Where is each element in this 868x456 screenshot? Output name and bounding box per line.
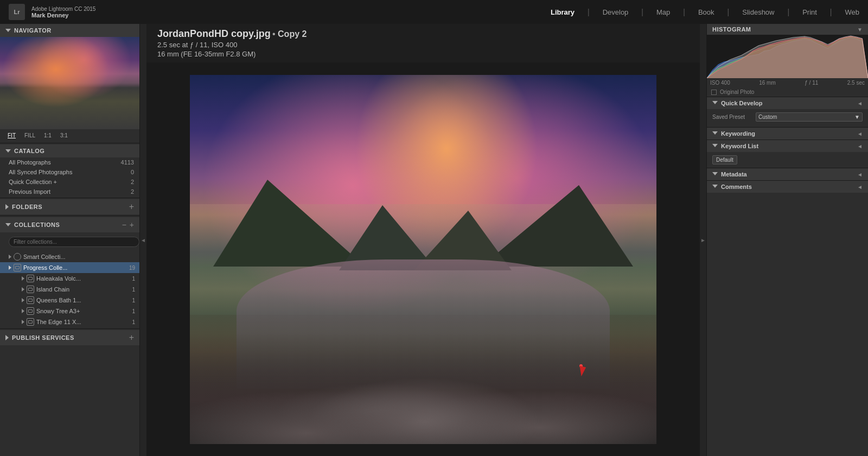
catalog-quick-label: Quick Collection + [9,179,57,185]
comments-title: Comments [721,183,752,190]
quick-develop-title: Quick Develop [721,100,762,106]
the-edge-count: 1 [132,319,135,325]
quick-develop-content: Saved Preset Custom ▼ [707,109,868,127]
snowy-tree-name: Snowy Tree A3+ [36,308,127,314]
app-info: Adobe Lightroom CC 2015 Mark Denney [31,6,95,18]
nav-develop[interactable]: Develop [603,6,629,18]
catalog-all-synced[interactable]: All Synced Photographs 0 [0,167,139,177]
histogram-header[interactable]: Histogram ▼ [707,24,868,35]
comments-collapse[interactable]: ◄ [857,184,863,190]
navigator-preview [0,37,139,129]
quick-develop-collapse[interactable]: ◄ [857,100,863,106]
nav-web[interactable]: Web [845,6,860,18]
island-chain-count: 1 [132,287,135,293]
qd-preset-select[interactable]: Custom ▼ [756,112,863,122]
collection-haleakala[interactable]: Haleakala Volc... 1 [0,273,139,284]
smart-collections-group[interactable]: Smart Collecti... [0,251,139,262]
progress-collection-name: Progress Colle... [23,264,125,271]
snowy-tree-count: 1 [132,308,135,314]
folders-title: Folders [12,204,42,210]
keywording-header[interactable]: Keywording ◄ [707,127,868,140]
the-edge-icon [27,318,34,326]
navigator-title: Navigator [14,27,52,34]
catalog-previous-import[interactable]: Previous Import 2 [0,187,139,197]
catalog-section: All Photographs 4113 All Synced Photogra… [0,157,139,197]
hist-iso: ISO 400 [710,80,730,86]
zoom-fill[interactable]: FILL [22,131,37,140]
cursor-arrow [577,366,586,377]
queens-bath-name: Queens Bath 1... [36,297,127,303]
photo-title-row: JordanPondHD copy.jpg • Copy 2 [157,28,689,40]
metadata-title: Metadata [721,171,747,178]
catalog-all-photographs[interactable]: All Photographs 4113 [0,157,139,167]
comments-header[interactable]: Comments ◄ [707,180,868,193]
zoom-1-1[interactable]: 1:1 [42,131,54,140]
histogram-collapse[interactable]: ▼ [857,27,863,33]
collections-search-wrapper [0,232,139,251]
metadata-triangle [712,172,718,176]
keyword-list-content: Default [707,152,868,168]
navigator-zoom-controls: FIT FILL 1:1 3:1 [0,129,139,142]
left-panel-collapse[interactable]: ◄ [140,24,146,456]
photo-filename: JordanPondHD copy.jpg [157,28,271,39]
kl-preset-select[interactable]: Default [712,155,737,164]
the-edge-expand-icon [22,320,24,324]
right-panel: Histogram ▼ ISO 400 16 mm ƒ / 11 2.5 sec [706,24,868,456]
right-panel-collapse[interactable]: ► [700,24,706,456]
kl-preset-value: Default [716,157,733,163]
catalog-title: Catalog [14,148,44,154]
zoom-3-1[interactable]: 3:1 [58,131,70,140]
collection-island-chain[interactable]: Island Chain 1 [0,284,139,295]
catalog-header[interactable]: Catalog [0,144,139,157]
collections-minus-button[interactable]: − [122,220,126,229]
histogram-canvas [707,35,868,78]
keyword-list-header[interactable]: Keyword List ◄ [707,140,868,152]
progress-collection-group[interactable]: Progress Colle... 19 [0,262,139,273]
collections-header[interactable]: Collections − + [0,217,139,232]
collection-queens-bath[interactable]: Queens Bath 1... 1 [0,295,139,306]
nav-library[interactable]: Library [551,6,575,18]
publish-services-header[interactable]: Publish Services + [0,330,139,345]
collections-add-button[interactable]: + [130,220,134,229]
haleakala-icon [27,275,34,282]
queens-bath-count: 1 [132,297,135,303]
quick-develop-header[interactable]: Quick Develop ◄ [707,97,868,109]
navigator-header[interactable]: Navigator [0,24,139,37]
app-branding: Lr Adobe Lightroom CC 2015 Mark Denney [9,4,95,20]
zoom-fit[interactable]: FIT [5,131,18,140]
keyword-list-collapse[interactable]: ◄ [857,143,863,149]
main-image-container[interactable] [146,62,700,456]
nav-slideshow[interactable]: Slideshow [742,6,774,18]
metadata-header[interactable]: Metadata ◄ [707,168,868,180]
progress-collection-count: 19 [129,265,135,271]
left-collapse-icon: ◄ [141,237,146,243]
collection-snowy-tree[interactable]: Snowy Tree A3+ 1 [0,306,139,316]
progress-collection-icon [14,264,21,271]
haleakala-expand-icon [22,276,24,281]
nav-book[interactable]: Book [698,6,714,18]
photo-scene [190,75,656,444]
keywording-triangle [712,131,718,136]
navigator-preview-image [0,37,139,129]
folders-header[interactable]: Folders + [0,199,139,214]
qd-triangle [712,101,718,105]
nav-print[interactable]: Print [802,6,817,18]
collections-search-input[interactable] [9,237,139,247]
collection-the-edge[interactable]: The Edge 11 X... 1 [0,316,139,327]
app-name: Adobe Lightroom CC 2015 [31,6,95,12]
publish-add-button[interactable]: + [129,333,134,342]
keywording-collapse[interactable]: ◄ [857,131,863,137]
nav-map[interactable]: Map [656,6,670,18]
folders-add-button[interactable]: + [129,202,134,211]
original-photo-checkbox[interactable] [711,90,717,95]
publish-triangle [5,335,9,340]
metadata-collapse[interactable]: ◄ [857,172,863,178]
qd-saved-preset-label: Saved Preset [712,114,756,120]
navigator-triangle [5,29,11,32]
snowy-tree-expand-icon [22,309,24,313]
smart-collection-icon [14,253,21,261]
catalog-quick-collection[interactable]: Quick Collection + 2 [0,177,139,187]
catalog-synced-label: All Synced Photographs [9,169,72,175]
folders-triangle [5,204,9,210]
center-area: JordanPondHD copy.jpg • Copy 2 2.5 sec a… [146,24,700,456]
